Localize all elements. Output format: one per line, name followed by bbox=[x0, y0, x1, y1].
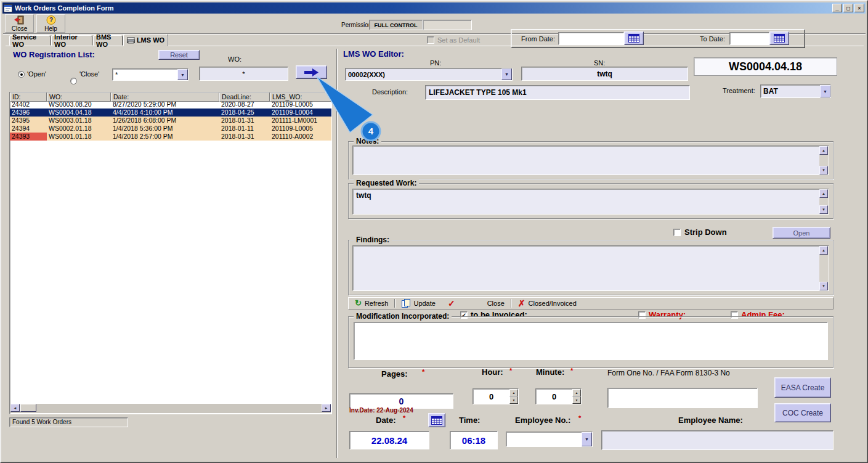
cell-wo[interactable]: WS0001.01.18 bbox=[47, 133, 111, 141]
cell-lms-wo[interactable]: 201111-LM0001 bbox=[270, 117, 331, 125]
cell-deadline[interactable]: 2018-01-11 bbox=[219, 125, 270, 133]
scroll-up-icon[interactable]: ▲ bbox=[819, 246, 828, 255]
scroll-down-icon[interactable]: ▼ bbox=[819, 282, 828, 290]
tab-lms-wo[interactable]: LMS WO bbox=[123, 34, 168, 46]
table-row[interactable]: 24394 WS0002.01.18 1/4/2018 5:36:00 PM 2… bbox=[10, 125, 331, 133]
close-tool-button[interactable]: Close bbox=[5, 14, 34, 33]
spin-down-icon[interactable]: ▼ bbox=[572, 396, 581, 404]
tab-bms-wo[interactable]: BMS WO bbox=[93, 35, 123, 46]
table-row[interactable]: 24395 WS0003.01.18 1/26/2018 6:08:00 PM … bbox=[10, 117, 331, 125]
close-window-button[interactable]: ✕ bbox=[854, 4, 864, 12]
from-date-calendar-button[interactable] bbox=[624, 31, 644, 45]
table-row[interactable]: 24402 WS0003.08.20 8/27/2020 5:29:00 PM … bbox=[10, 100, 331, 109]
help-tool-button[interactable]: ? Help bbox=[36, 14, 65, 33]
tab-interior-label: Interior WO bbox=[54, 33, 89, 48]
requested-work-textarea[interactable]: twtq bbox=[352, 189, 829, 215]
tab-interior-wo[interactable]: Interior WO bbox=[51, 35, 92, 46]
cell-id[interactable]: 24394 bbox=[10, 125, 47, 133]
update-button[interactable]: Update bbox=[399, 299, 437, 308]
cell-lms-wo[interactable]: 201109-L0005 bbox=[270, 125, 331, 133]
radio-open[interactable] bbox=[18, 71, 25, 78]
refresh-button[interactable]: ↻ Refresh bbox=[352, 300, 391, 307]
description-field[interactable]: LIFEJACKET TYPE 105 Mk1 bbox=[425, 85, 690, 100]
to-date-field[interactable] bbox=[729, 32, 769, 45]
radio-close[interactable] bbox=[70, 78, 77, 84]
date-calendar-button[interactable] bbox=[428, 413, 445, 427]
maximize-button[interactable]: □ bbox=[843, 4, 853, 12]
treatment-dropdown[interactable]: BAT ▼ bbox=[760, 84, 831, 98]
cell-date[interactable]: 4/4/2018 4:10:00 PM bbox=[111, 109, 219, 117]
wo-search-input[interactable]: * bbox=[199, 67, 288, 81]
findings-textarea[interactable] bbox=[352, 245, 829, 291]
spin-up-icon[interactable]: ▲ bbox=[509, 389, 518, 396]
cell-id[interactable]: 24396 bbox=[10, 109, 47, 117]
employee-name-field[interactable] bbox=[601, 430, 834, 450]
pn-dropdown[interactable]: 00002(XXX) ▼ bbox=[345, 68, 513, 81]
horizontal-scrollbar[interactable]: ◄ ► bbox=[10, 404, 331, 413]
reset-button[interactable]: Reset bbox=[158, 50, 200, 60]
wo-registration-list[interactable]: ID: WO: Date: DeadLine: LMS_WO: 24402 WS… bbox=[9, 92, 332, 414]
scrollbar-thumb[interactable] bbox=[20, 404, 36, 412]
cell-deadline[interactable]: 2018-04-25 bbox=[219, 109, 270, 117]
pages-required-marker: * bbox=[422, 368, 424, 375]
requested-work-scrollbar[interactable]: ▲ ▼ bbox=[819, 189, 829, 214]
minimize-button[interactable]: _ bbox=[832, 4, 842, 12]
scroll-up-icon[interactable]: ▲ bbox=[819, 189, 828, 198]
cell-date[interactable]: 1/4/2018 5:36:00 PM bbox=[111, 125, 219, 133]
scroll-down-icon[interactable]: ▼ bbox=[819, 166, 828, 174]
go-arrow-button[interactable] bbox=[296, 65, 327, 79]
scroll-left-icon[interactable]: ◄ bbox=[10, 404, 20, 412]
cell-wo[interactable]: WS0003.01.18 bbox=[47, 117, 111, 125]
wo-filter-dropdown[interactable]: * ▼ bbox=[112, 68, 189, 81]
cell-lms-wo[interactable]: 201109-L0004 bbox=[270, 109, 331, 117]
cell-id[interactable]: 24402 bbox=[10, 100, 47, 109]
cell-id[interactable]: 24395 bbox=[10, 117, 47, 125]
spin-up-icon[interactable]: ▲ bbox=[572, 389, 581, 396]
form-one-field[interactable] bbox=[607, 388, 758, 408]
cell-wo[interactable]: WS0003.08.20 bbox=[47, 100, 111, 109]
open-button[interactable]: Open bbox=[773, 227, 830, 239]
cell-id-alert[interactable]: 24393 bbox=[10, 133, 47, 141]
to-date-calendar-button[interactable] bbox=[769, 31, 789, 45]
notes-textarea[interactable] bbox=[352, 145, 829, 175]
strip-down-checkbox[interactable] bbox=[673, 229, 681, 236]
spin-down-icon[interactable]: ▼ bbox=[509, 396, 518, 404]
cell-deadline[interactable]: 2018-01-31 bbox=[219, 133, 270, 141]
time-field[interactable]: 06:18 bbox=[450, 431, 498, 449]
date-field[interactable]: 22.08.24 bbox=[349, 431, 429, 449]
set-default-checkbox[interactable] bbox=[427, 36, 434, 44]
notes-scrollbar[interactable]: ▲ ▼ bbox=[819, 146, 829, 174]
chevron-down-icon[interactable]: ▼ bbox=[177, 69, 188, 80]
description-label: Description: bbox=[372, 88, 408, 96]
cell-deadline[interactable]: 2020-08-27 bbox=[219, 100, 270, 109]
close-wo-button[interactable]: Close bbox=[485, 300, 507, 307]
cell-deadline[interactable]: 2018-01-31 bbox=[219, 117, 270, 125]
hour-stepper[interactable]: 0 ▲ ▼ bbox=[473, 388, 519, 404]
chevron-down-icon[interactable]: ▼ bbox=[820, 85, 830, 97]
coc-create-button[interactable]: COC Create bbox=[774, 403, 831, 422]
chevron-down-icon[interactable]: ▼ bbox=[501, 68, 512, 80]
findings-scrollbar[interactable]: ▲ ▼ bbox=[819, 246, 829, 290]
easa-create-button[interactable]: EASA Create bbox=[774, 377, 831, 398]
cell-date[interactable]: 1/4/2018 2:57:00 PM bbox=[111, 133, 219, 141]
table-row-selected[interactable]: 24396 WS0004.04.18 4/4/2018 4:10:00 PM 2… bbox=[10, 109, 331, 117]
scroll-down-icon[interactable]: ▼ bbox=[819, 205, 828, 214]
minute-value: 0 bbox=[536, 389, 572, 404]
employee-no-dropdown[interactable]: ▼ bbox=[506, 432, 593, 447]
cell-date[interactable]: 8/27/2020 5:29:00 PM bbox=[111, 100, 219, 109]
chevron-down-icon[interactable]: ▼ bbox=[582, 432, 592, 446]
cell-date[interactable]: 1/26/2018 6:08:00 PM bbox=[111, 117, 219, 125]
sn-field[interactable]: twtq bbox=[521, 67, 688, 81]
scroll-right-icon[interactable]: ► bbox=[322, 404, 331, 412]
cell-lms-wo[interactable]: 201110-A0002 bbox=[270, 133, 331, 141]
cell-lms-wo[interactable]: 201109-L0005 bbox=[270, 100, 331, 109]
from-date-field[interactable] bbox=[558, 32, 624, 45]
modification-textarea[interactable] bbox=[354, 322, 828, 360]
minute-stepper[interactable]: 0 ▲ ▼ bbox=[535, 388, 582, 404]
table-row[interactable]: 24393 WS0001.01.18 1/4/2018 2:57:00 PM 2… bbox=[10, 133, 331, 141]
scroll-up-icon[interactable]: ▲ bbox=[819, 146, 828, 155]
closed-invoiced-button[interactable]: ✗ Closed/Invoiced bbox=[516, 298, 579, 308]
tab-service-wo[interactable]: Service WO bbox=[9, 35, 51, 46]
cell-wo[interactable]: WS0004.04.18 bbox=[47, 109, 111, 117]
cell-wo[interactable]: WS0002.01.18 bbox=[47, 125, 111, 133]
